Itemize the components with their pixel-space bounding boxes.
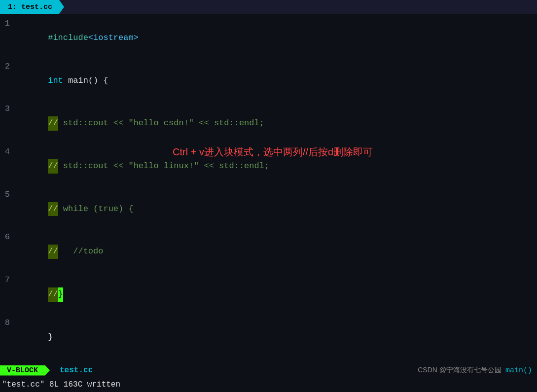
code-line-8: 8 } bbox=[0, 316, 537, 359]
status-bar: V-BLOCK test.cc CSDN @宁海没有七号公园 main() bbox=[0, 363, 537, 377]
token-include: <iostream> bbox=[88, 33, 139, 42]
line-number-8: 8 bbox=[0, 316, 18, 330]
tab-bar: 1: test.cc bbox=[0, 0, 537, 14]
cursor-7: } bbox=[58, 287, 63, 302]
status-func: main() bbox=[505, 366, 532, 375]
mode-label: V-BLOCK bbox=[7, 366, 38, 375]
line-number-3: 3 bbox=[0, 102, 18, 116]
line-number-2: 2 bbox=[0, 60, 18, 74]
status-left: V-BLOCK test.cc bbox=[0, 365, 93, 376]
line-content-1: #include<iostream> bbox=[18, 17, 537, 60]
block-sel-7: // bbox=[48, 287, 58, 302]
line-content-5: // while (true) { bbox=[18, 188, 537, 231]
block-sel-3: // bbox=[48, 116, 58, 131]
code-line-6: 6 // //todo bbox=[0, 230, 537, 273]
token-main: main() { bbox=[63, 76, 108, 85]
line-number-5: 5 bbox=[0, 188, 18, 202]
token-comment-3: std::cout << "hello csdn!" << std::endl; bbox=[58, 118, 264, 128]
line-content-7: //} bbox=[18, 273, 537, 316]
token-comment-5: while (true) { bbox=[58, 204, 134, 214]
bottom-message-text: "test.cc" 8L 163C written bbox=[2, 380, 120, 389]
block-sel-5: // bbox=[48, 202, 58, 216]
annotation-text: Ctrl + v进入块模式，选中两列//后按d删除即可 bbox=[173, 145, 373, 159]
line-content-3: // std::cout << "hello csdn!" << std::en… bbox=[18, 102, 537, 145]
code-line-7: 7 //} bbox=[0, 273, 537, 316]
line-number-4: 4 bbox=[0, 145, 18, 159]
status-right: CSDN @宁海没有七号公园 main() bbox=[418, 366, 537, 375]
watermark-text: CSDN @宁海没有七号公园 bbox=[418, 366, 501, 375]
block-sel-4: // bbox=[48, 159, 58, 174]
line-number-6: 6 bbox=[0, 230, 18, 245]
code-line-2: 2 int main() { bbox=[0, 60, 537, 103]
line-content-6: // //todo bbox=[18, 230, 537, 273]
token-int: int bbox=[48, 76, 63, 85]
editor-area: 1 #include<iostream> 2 int main() { 3 //… bbox=[0, 14, 537, 392]
line-number-7: 7 bbox=[0, 273, 18, 287]
mode-badge: V-BLOCK bbox=[0, 365, 50, 376]
line-content-8: } bbox=[18, 316, 537, 359]
tab-label: 1: test.cc bbox=[8, 3, 52, 11]
token-preprocessor: #include bbox=[48, 33, 88, 42]
bottom-message: "test.cc" 8L 163C written bbox=[0, 377, 537, 392]
active-tab[interactable]: 1: test.cc bbox=[0, 0, 64, 14]
code-line-1: 1 #include<iostream> bbox=[0, 17, 537, 60]
token-comment-6: //todo bbox=[58, 247, 104, 256]
line-number-1: 1 bbox=[0, 17, 18, 31]
block-sel-6: // bbox=[48, 245, 58, 259]
code-line-5: 5 // while (true) { bbox=[0, 188, 537, 231]
code-line-3: 3 // std::cout << "hello csdn!" << std::… bbox=[0, 102, 537, 145]
status-filename: test.cc bbox=[50, 366, 93, 375]
annotation-content: Ctrl + v进入块模式，选中两列//后按d删除即可 bbox=[173, 146, 373, 157]
line-content-2: int main() { bbox=[18, 60, 537, 103]
token-brace-8: } bbox=[48, 332, 53, 342]
token-comment-4: std::cout << "hello linux!" << std::endl… bbox=[58, 161, 269, 171]
